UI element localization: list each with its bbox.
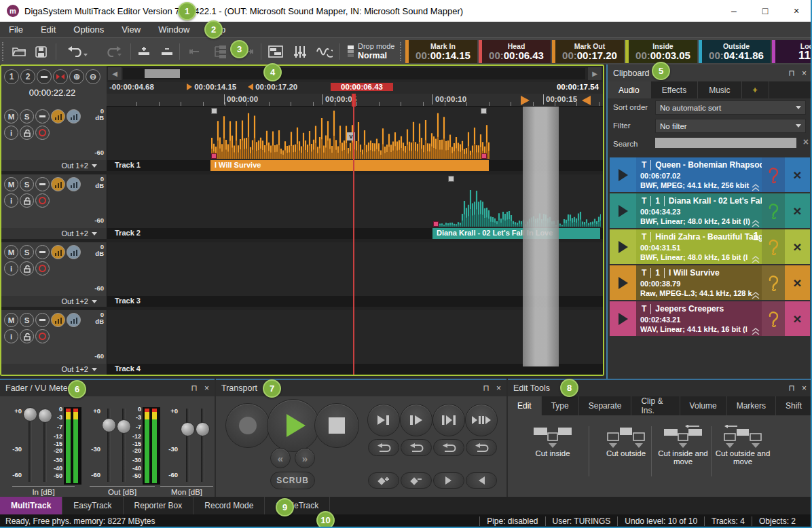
loop-button[interactable] [401,439,432,456]
cut-inside-tool[interactable]: Cut inside [521,425,584,457]
mixer-button[interactable] [291,42,310,61]
zoom-fit-button[interactable] [37,69,52,84]
close-icon[interactable]: × [496,383,501,393]
record-arm-button[interactable] [35,126,50,140]
play-between-marks-button[interactable] [432,404,465,436]
record-arm-button[interactable] [35,193,50,208]
view-preset-1-button[interactable]: 1 [4,69,19,84]
prelisten-ear-button[interactable] [762,157,785,192]
close-icon[interactable]: × [802,383,807,393]
lock-button[interactable] [20,193,34,208]
prelisten-ear-button[interactable] [762,265,785,300]
waveform-view-button[interactable] [51,313,65,327]
zoom-in-button[interactable]: ⊕ [69,69,84,84]
ruler-playhead[interactable] [354,94,356,107]
open-button[interactable] [10,42,29,61]
lock-button[interactable] [20,126,34,140]
play-around-button[interactable] [465,404,498,436]
maximize-button[interactable]: □ [750,0,781,22]
mark-out-display[interactable]: Mark Out00:00:17.20 [552,40,624,63]
solo-button[interactable]: S [20,109,34,124]
menu-view[interactable]: View [113,22,149,37]
fader-knob[interactable] [102,418,116,432]
expand-icon[interactable] [751,328,760,335]
close-button[interactable]: × [781,0,812,22]
prev-marker-button[interactable] [466,472,497,489]
cut-outside-move-tool[interactable]: Cut outside and move [712,425,774,466]
fader-track[interactable] [201,409,204,482]
tab-shift[interactable]: Shift [776,396,812,415]
tab-multitrack[interactable]: MultiTrack [0,497,62,514]
outside-display[interactable]: Outside00:04:41.86 [699,40,771,63]
close-icon[interactable]: × [802,69,807,78]
remove-item-button[interactable]: × [785,301,810,336]
remove-item-button[interactable]: × [785,265,810,300]
track-info-button[interactable]: i [4,261,18,276]
add-track-button[interactable] [134,42,153,61]
record-arm-button[interactable] [35,329,50,343]
mark-out-flag-icon[interactable] [582,96,591,105]
lock-button[interactable] [20,261,34,276]
clipboard-item-survive[interactable]: T1I Will Survive 00:00:38.79 Raw, MPEG-L… [610,265,810,300]
remove-item-button[interactable]: × [785,229,810,264]
clip-label[interactable]: I Will Survive [210,160,489,171]
timeline-scrollbar[interactable]: ◀ ▶ [107,66,603,82]
track-3-output[interactable]: Out 1+2 [1,296,107,307]
clip-mark-handle[interactable] [481,153,487,159]
redo-button[interactable] [99,42,124,61]
record-button[interactable] [225,403,270,448]
solo-button[interactable]: S [20,245,34,259]
menu-options[interactable]: Options [64,22,113,37]
pin-icon[interactable]: ⊓ [483,383,490,393]
track-4-output[interactable]: Out 1+2 [1,364,107,375]
scrollbar-track[interactable] [123,68,585,79]
scroll-right-button[interactable]: ▶ [588,67,602,80]
envelope-view-button[interactable] [67,177,81,191]
mute-button[interactable]: M [4,109,18,124]
tab-record-mode[interactable]: Record Mode [193,497,265,514]
prelisten-play-button[interactable] [610,301,636,336]
playhead-line[interactable] [353,94,354,375]
tab-easytrack[interactable]: EasyTrack [62,497,123,514]
tab-type[interactable]: Type [542,396,579,415]
fader-track[interactable] [186,409,189,482]
search-input[interactable] [655,138,796,148]
track-info-button[interactable]: i [4,329,18,343]
minimize-track-button[interactable] [35,177,50,191]
next-marker-button[interactable] [433,472,464,489]
expand-icon[interactable] [751,292,760,299]
loop-button[interactable] [368,439,399,456]
expand-icon[interactable] [751,220,760,227]
pin-icon[interactable]: ⊓ [191,383,198,393]
view-preset-2-button[interactable]: 2 [20,69,35,84]
clipboard-item-hindi[interactable]: THindi Zahra - Beautiful Tang 1 00:04:31… [610,229,810,264]
clips-view-button[interactable] [266,42,285,61]
waveform-view-button[interactable] [51,177,65,191]
tab-clip-ins[interactable]: Clip & Ins. [631,396,680,415]
prelisten-play-button[interactable] [610,229,636,264]
loop-button[interactable] [466,439,497,456]
scrub-button[interactable]: SCRUB [270,472,315,489]
menu-window[interactable]: Window [149,22,198,37]
scrollbar-thumb[interactable] [145,69,180,78]
mute-button[interactable]: M [4,245,18,259]
tab-reporter-box[interactable]: Reporter Box [124,497,194,514]
fade-handle[interactable] [211,108,217,114]
prelisten-play-button[interactable] [610,193,636,228]
prelisten-play-button[interactable] [610,265,636,300]
envelope-view-button[interactable] [67,313,81,327]
play-to-mark-button[interactable] [367,404,400,436]
fader-knob[interactable] [23,407,37,421]
clipboard-item-jeepers[interactable]: TJeepers Creepers 00:02:43.21 WAV, Linea… [610,301,810,336]
minimize-button[interactable]: – [718,0,750,22]
tab-audio[interactable]: Audio [608,81,651,98]
clip-mark-handle[interactable] [211,153,217,159]
menu-edit[interactable]: Edit [32,22,64,37]
head-display[interactable]: Head00:00:06.43 [479,40,551,63]
tab-add[interactable]: + [742,81,769,98]
cut-outside-tool[interactable]: Cut outside [595,425,657,457]
mark-in-flag-icon[interactable] [521,96,530,105]
fader-knob[interactable] [181,422,195,436]
record-arm-button[interactable] [35,261,50,276]
clip-i-will-survive[interactable]: v [211,108,490,159]
